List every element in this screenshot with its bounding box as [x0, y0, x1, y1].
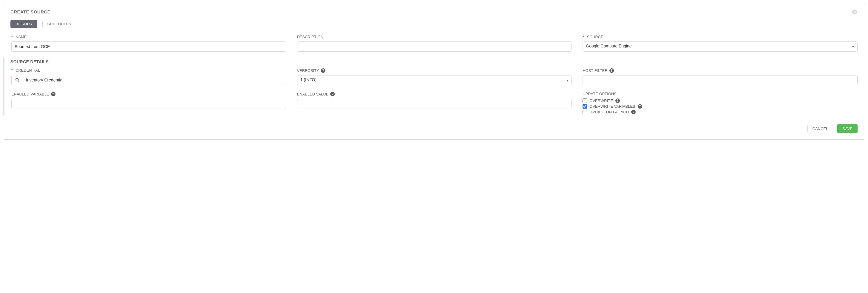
update-on-launch-label: UPDATE ON LAUNCH [589, 110, 629, 114]
update-on-launch-row: UPDATE ON LAUNCH ? [583, 110, 858, 114]
source-details-row2: ENABLED VARIABLE ? ENABLED VALUE ? UPDAT… [10, 92, 858, 115]
field-credential: *CREDENTIAL [11, 68, 286, 85]
update-on-launch-checkbox[interactable] [583, 110, 587, 114]
description-input[interactable] [297, 41, 572, 52]
source-label: SOURCE [587, 35, 603, 39]
overwrite-row: OVERWRITE ? [583, 98, 858, 103]
credential-input[interactable] [23, 75, 286, 85]
overwrite-variables-checkbox[interactable] [583, 104, 587, 109]
enabled-variable-label: ENABLED VARIABLE [11, 92, 49, 96]
panel-title: CREATE SOURCE [10, 9, 51, 14]
tab-schedules[interactable]: SCHEDULES [42, 20, 76, 28]
field-source: *SOURCE Google Compute Engine ▼ [583, 35, 858, 52]
svg-line-2 [18, 81, 19, 82]
name-input[interactable] [11, 41, 286, 52]
field-host-filter: HOST FILTER ? [583, 68, 858, 85]
field-enabled-variable: ENABLED VARIABLE ? [11, 92, 286, 115]
verbosity-label: VERBOSITY [297, 69, 319, 73]
tab-details[interactable]: DETAILS [10, 20, 37, 28]
help-icon[interactable]: ? [610, 68, 614, 73]
save-button[interactable]: SAVE [837, 124, 858, 134]
overwrite-variables-row: OVERWRITE VARIABLES ? [583, 104, 858, 109]
source-details-section: SOURCE DETAILS *CREDENTIAL VERBOSITY ? 1… [3, 58, 858, 115]
source-details-title: SOURCE DETAILS [10, 59, 858, 64]
enabled-value-input[interactable] [297, 99, 572, 109]
source-select[interactable]: Google Compute Engine [583, 41, 858, 52]
footer-actions: CANCEL SAVE [10, 124, 858, 134]
field-enabled-value: ENABLED VALUE ? [297, 92, 572, 115]
enabled-value-label: ENABLED VALUE [297, 92, 329, 96]
cancel-button[interactable]: CANCEL [807, 124, 833, 134]
search-icon [15, 78, 20, 82]
svg-point-1 [16, 79, 18, 81]
host-filter-input[interactable] [583, 75, 858, 85]
field-verbosity: VERBOSITY ? 1 (INFO) ▼ [297, 68, 572, 85]
overwrite-label: OVERWRITE [589, 98, 613, 103]
overwrite-variables-label: OVERWRITE VARIABLES [589, 104, 635, 109]
host-filter-label: HOST FILTER [583, 69, 607, 73]
help-icon[interactable]: ? [51, 92, 56, 96]
create-source-panel: CREATE SOURCE DETAILS SCHEDULES *NAME DE… [3, 3, 865, 140]
credential-search-button[interactable] [11, 75, 23, 85]
verbosity-select[interactable]: 1 (INFO) [297, 75, 572, 85]
main-form-row1: *NAME DESCRIPTION *SOURCE Google Compute… [10, 35, 858, 52]
help-icon[interactable]: ? [330, 92, 335, 96]
help-icon[interactable]: ? [631, 110, 636, 114]
source-details-row1: *CREDENTIAL VERBOSITY ? 1 (INFO) ▼ [10, 68, 858, 85]
description-label: DESCRIPTION [297, 35, 323, 39]
name-label: NAME [16, 35, 27, 39]
field-description: DESCRIPTION [297, 35, 572, 52]
field-update-options: UPDATE OPTIONS OVERWRITE ? OVERWRITE VAR… [583, 92, 858, 115]
enabled-variable-input[interactable] [11, 99, 286, 109]
help-icon[interactable]: ? [615, 98, 620, 103]
update-options-label: UPDATE OPTIONS [583, 92, 617, 96]
help-icon[interactable]: ? [638, 104, 642, 109]
overwrite-checkbox[interactable] [583, 98, 587, 103]
close-icon[interactable] [851, 9, 858, 15]
field-name: *NAME [11, 35, 286, 52]
help-icon[interactable]: ? [321, 68, 326, 73]
credential-label: CREDENTIAL [16, 68, 40, 72]
tab-bar: DETAILS SCHEDULES [10, 20, 858, 28]
